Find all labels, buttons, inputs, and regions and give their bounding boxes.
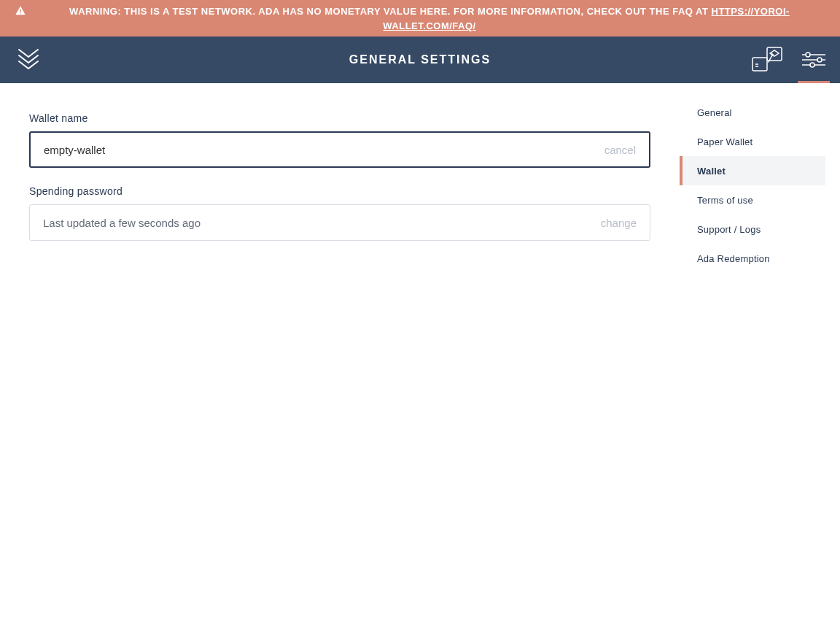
- svg-rect-2: [752, 58, 767, 71]
- warning-text: WARNING: THIS IS A TEST NETWORK. ADA HAS…: [69, 6, 711, 17]
- wallet-name-input[interactable]: [44, 144, 604, 156]
- sidebar-item-terms-of-use[interactable]: Terms of use: [680, 185, 825, 215]
- main-area: Wallet name cancel Spending password Las…: [0, 83, 840, 618]
- sidebar-item-label: Support / Logs: [697, 224, 761, 235]
- svg-rect-1: [20, 12, 20, 13]
- svg-rect-0: [20, 9, 20, 12]
- wallets-icon: [751, 46, 783, 74]
- top-bar-right: [751, 36, 825, 83]
- sidebar-item-wallet[interactable]: Wallet: [680, 156, 825, 185]
- wallet-name-group: Wallet name cancel: [29, 112, 650, 168]
- tab-wallets[interactable]: [751, 36, 783, 83]
- svg-point-7: [817, 58, 822, 62]
- warning-text-wrap: WARNING: THIS IS A TEST NETWORK. ADA HAS…: [34, 4, 825, 34]
- sidebar-item-label: Ada Redemption: [697, 253, 770, 264]
- svg-point-5: [806, 53, 810, 57]
- sidebar-item-label: General: [697, 107, 732, 118]
- settings-sliders-icon: [802, 51, 825, 69]
- warning-icon: [15, 5, 26, 17]
- top-bar-left: [18, 48, 61, 72]
- spending-password-change-link[interactable]: change: [601, 217, 637, 229]
- spending-password-field[interactable]: Last updated a few seconds ago change: [29, 204, 650, 241]
- spending-password-status: Last updated a few seconds ago: [43, 217, 201, 229]
- wallet-name-field[interactable]: cancel: [29, 131, 650, 168]
- sidebar-item-label: Wallet: [697, 166, 726, 177]
- wallet-name-label: Wallet name: [29, 112, 650, 124]
- spending-password-label: Spending password: [29, 185, 650, 197]
- warning-banner: WARNING: THIS IS A TEST NETWORK. ADA HAS…: [0, 0, 840, 36]
- sidebar-item-paper-wallet[interactable]: Paper Wallet: [680, 127, 825, 156]
- spending-password-group: Spending password Last updated a few sec…: [29, 185, 650, 241]
- settings-content-panel: Wallet name cancel Spending password Las…: [15, 98, 665, 603]
- sidebar-item-label: Terms of use: [697, 195, 753, 206]
- sidebar-item-ada-redemption[interactable]: Ada Redemption: [680, 244, 825, 273]
- tab-settings[interactable]: [802, 36, 825, 83]
- sidebar-item-general[interactable]: General: [680, 98, 825, 127]
- top-bar-center: GENERAL SETTINGS: [0, 53, 840, 66]
- wallet-name-cancel-link[interactable]: cancel: [604, 144, 636, 156]
- sidebar-item-label: Paper Wallet: [697, 136, 752, 147]
- svg-rect-3: [767, 47, 782, 61]
- top-bar: GENERAL SETTINGS: [0, 36, 840, 83]
- sidebar-item-support-logs[interactable]: Support / Logs: [680, 215, 825, 244]
- yoroi-logo-icon[interactable]: [18, 48, 39, 72]
- settings-sidebar: General Paper Wallet Wallet Terms of use…: [680, 98, 825, 603]
- svg-point-9: [810, 63, 814, 67]
- page-title: GENERAL SETTINGS: [349, 53, 491, 66]
